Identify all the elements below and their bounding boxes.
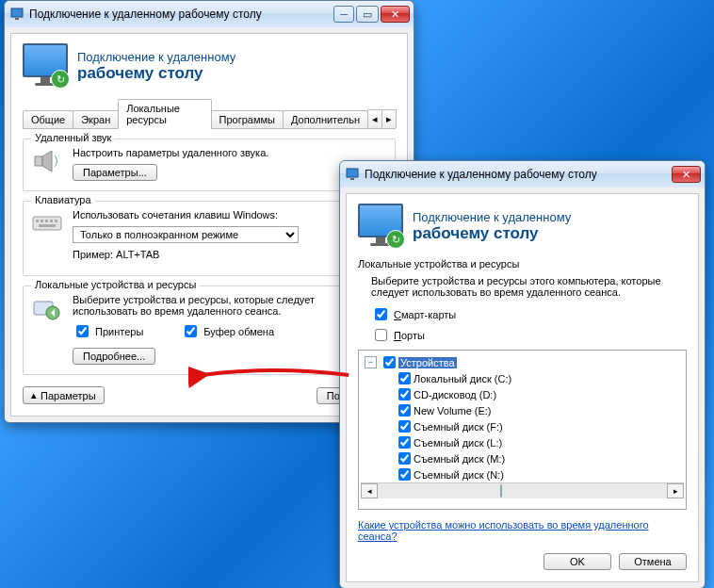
tree-root-label[interactable]: Устройства xyxy=(398,357,457,368)
scrollbar-thumb[interactable] xyxy=(500,484,502,498)
tree-item-label: New Volume (E:) xyxy=(414,405,492,416)
group-title-devices: Локальные устройства и ресурсы xyxy=(31,279,200,290)
svg-rect-7 xyxy=(45,220,48,222)
window-title: Подключение к удаленному рабочему столу xyxy=(29,8,262,21)
tab-display[interactable]: Экран xyxy=(73,110,119,128)
horizontal-scrollbar[interactable]: ◂ ▸ xyxy=(361,482,684,498)
options-toggle-button[interactable]: ▴ Параметры xyxy=(23,386,105,404)
tree-item[interactable]: Локальный диск (C:) xyxy=(361,370,684,386)
ok-button[interactable]: OK xyxy=(544,553,611,570)
titlebar[interactable]: Подключение к удаленному рабочему столу … xyxy=(340,161,705,188)
more-button[interactable]: Подробнее... xyxy=(73,348,155,365)
devices-icon xyxy=(31,294,63,365)
collapse-icon[interactable]: − xyxy=(365,356,377,368)
section-text: Выберите устройства и ресурсы этого комп… xyxy=(371,275,687,298)
tree-item[interactable]: Съемный диск (F:) xyxy=(361,418,684,434)
svg-rect-8 xyxy=(50,220,53,222)
close-button[interactable]: ✕ xyxy=(672,166,701,183)
smartcards-checkbox[interactable]: Смарт-карты xyxy=(371,305,456,323)
group-title-keyboard: Клавиатура xyxy=(31,194,95,205)
tree-item-label: CD-дисковод (D:) xyxy=(414,389,496,400)
tree-root-row[interactable]: − Устройства xyxy=(361,354,684,370)
tree-item[interactable]: Съемный диск (L:) xyxy=(361,434,684,450)
app-icon xyxy=(346,167,361,182)
svg-rect-14 xyxy=(347,169,358,177)
app-heading-line1: Подключение к удаленному xyxy=(413,210,571,224)
tab-bar: Общие Экран Локальные ресурсы Программы … xyxy=(23,98,396,129)
devices-tree[interactable]: − Устройства Локальный диск (C:) CD-диск… xyxy=(358,350,687,510)
window-title: Подключение к удаленному рабочему столу xyxy=(365,168,597,181)
group-title-audio: Удаленный звук xyxy=(31,132,115,143)
svg-marker-3 xyxy=(42,151,52,172)
chevron-up-icon: ▴ xyxy=(31,389,37,401)
audio-text: Настроить параметры удаленного звука. xyxy=(73,147,387,158)
tab-scroll-right[interactable]: ▸ xyxy=(381,109,397,128)
tree-item[interactable]: CD-дисковод (D:) xyxy=(361,386,684,402)
ports-checkbox[interactable]: Порты xyxy=(371,326,425,344)
svg-rect-0 xyxy=(11,8,23,17)
svg-rect-5 xyxy=(36,220,39,222)
tree-item[interactable]: Съемный диск (M:) xyxy=(361,450,684,466)
tree-item-label: Съемный диск (N:) xyxy=(414,469,504,481)
printers-checkbox[interactable]: Принтеры xyxy=(73,322,143,340)
section-title: Локальные устройства и ресурсы xyxy=(358,258,687,270)
scroll-left-icon[interactable]: ◂ xyxy=(361,483,378,498)
svg-rect-1 xyxy=(15,18,19,20)
speaker-icon xyxy=(31,147,63,181)
clipboard-checkbox[interactable]: Буфер обмена xyxy=(181,322,274,340)
cancel-button[interactable]: Отмена xyxy=(619,553,687,570)
svg-rect-10 xyxy=(39,224,56,227)
devices-text: Выберите устройства и ресурсы, которые с… xyxy=(73,294,346,317)
svg-rect-2 xyxy=(35,156,42,166)
maximize-button[interactable]: ▭ xyxy=(356,6,379,23)
tree-item[interactable]: New Volume (E:) xyxy=(361,402,684,418)
keyboard-combo[interactable]: Только в полноэкранном режиме xyxy=(73,226,299,243)
tree-item-label: Съемный диск (F:) xyxy=(414,421,503,433)
rdp-devices-dialog: Подключение к удаленному рабочему столу … xyxy=(339,160,706,588)
tree-item-label: Локальный диск (C:) xyxy=(414,373,511,384)
app-heading-line1: Подключение к удаленному xyxy=(77,50,235,64)
audio-settings-button[interactable]: Параметры... xyxy=(73,164,157,181)
tab-local-resources[interactable]: Локальные ресурсы xyxy=(118,99,211,129)
app-heading-line2: рабочему столу xyxy=(413,224,571,243)
tab-advanced[interactable]: Дополнительн xyxy=(283,110,368,128)
app-icon xyxy=(10,7,25,22)
monitor-icon: ↻ xyxy=(358,204,403,249)
keyboard-icon xyxy=(31,209,63,266)
tree-item[interactable]: Съемный диск (N:) xyxy=(361,466,684,482)
svg-rect-6 xyxy=(41,220,43,222)
tree-item-label: Съемный диск (L:) xyxy=(414,437,502,449)
tree-item-label: Съемный диск (M:) xyxy=(414,453,505,465)
titlebar[interactable]: Подключение к удаленному рабочему столу … xyxy=(5,1,414,27)
monitor-icon: ↻ xyxy=(23,43,68,89)
svg-rect-9 xyxy=(55,220,57,222)
minimize-button[interactable]: ─ xyxy=(333,6,354,23)
tab-programs[interactable]: Программы xyxy=(211,110,284,128)
app-heading-line2: рабочему столу xyxy=(77,64,235,83)
tab-general[interactable]: Общие xyxy=(23,110,73,128)
svg-rect-15 xyxy=(350,178,354,180)
window-body: ↻ Подключение к удаленному рабочему стол… xyxy=(346,193,699,582)
svg-rect-4 xyxy=(33,217,61,230)
help-link[interactable]: Какие устройства можно использовать во в… xyxy=(358,519,649,542)
tab-scroll-left[interactable]: ◂ xyxy=(367,109,382,128)
scroll-right-icon[interactable]: ▸ xyxy=(667,483,684,498)
close-button[interactable]: ✕ xyxy=(381,6,410,23)
